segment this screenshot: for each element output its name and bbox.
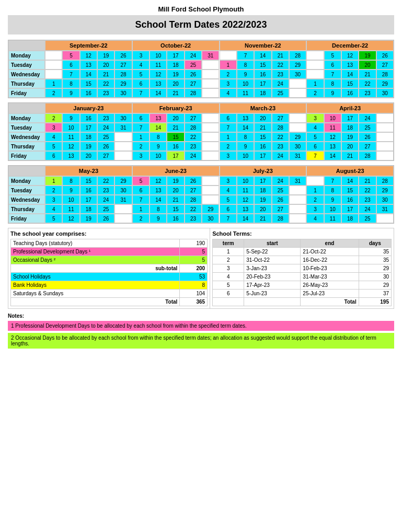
school-name: Mill Ford School Plymouth: [8, 5, 394, 13]
note-1: 1 Professional Development Days to be al…: [8, 321, 394, 331]
month-may23: May-23 18152229 29162330 310172431 41118…: [45, 166, 132, 223]
notes-title: Notes:: [8, 313, 394, 319]
term-2: 2 31-Oct-22 16-Dec-22 35: [213, 256, 392, 264]
row-occasional: Occasional Days ² 5: [11, 256, 208, 264]
term-1: 1 5-Sep-22 21-Oct-22 35: [213, 248, 392, 256]
month-feb23: February-23 6132027 7142128 181522 29162…: [132, 103, 220, 160]
terms-total: Total 195: [213, 298, 392, 306]
day-monday: Monday: [8, 51, 45, 60]
calendar-row-2: Monday Tuesday Wednesday Thursday Friday…: [8, 102, 394, 161]
term-5: 5 17-Apr-23 26-May-23 29: [213, 281, 392, 290]
notes-section: Notes: 1 Professional Development Days t…: [8, 313, 394, 349]
day-labels-col-1: Monday Tuesday Wednesday Thursday Friday: [8, 40, 45, 98]
summary-right-title: School Terms:: [212, 230, 392, 237]
month-apr23: April-23 3101724 4111825 5121926 6132027…: [306, 103, 394, 160]
calendar-row-1: Monday Tuesday Wednesday Thursday Friday…: [8, 40, 394, 98]
row-saturdays: Saturdays & Sundays 104: [11, 290, 208, 298]
row-prodev: Professional Development Days ¹ 5: [11, 248, 208, 256]
month-nov22: November-22 7142128 18152229 29162330 31…: [220, 40, 307, 98]
month-aug23: August-23 7142128 18152229 29162330 3101…: [306, 166, 394, 223]
page-title: School Term Dates 2022/2023: [8, 15, 394, 34]
summary-right: School Terms: term start end days 1 5-Se…: [210, 228, 394, 308]
calendar-row-3: Monday Tuesday Wednesday Thursday Friday…: [8, 165, 394, 224]
month-sep22: September-22 5 12 19 26 6 13 20 27 7 14 …: [45, 40, 132, 98]
row-bank-holidays: Bank Holidays 8: [11, 281, 208, 290]
day-tuesday: Tuesday: [8, 60, 45, 70]
term-4: 4 20-Feb-23 31-Mar-23 30: [213, 273, 392, 281]
note-2: 2 Occasional Days to be allocated by eac…: [8, 333, 394, 349]
day-labels-col-3: Monday Tuesday Wednesday Thursday Friday: [8, 166, 45, 223]
row-subtotal: sub-total 200: [11, 264, 208, 273]
month-jan23: January-23 29162330 310172431 4111825 51…: [45, 103, 132, 160]
row-total: Total 365: [11, 298, 208, 306]
month-oct22: October-22 310172431 4111825 5121926 613…: [132, 40, 220, 98]
month-jun23: June-23 5121926 6132027 7142128 18152229…: [132, 166, 220, 223]
day-wednesday: Wednesday: [8, 70, 45, 79]
day-labels-col-2: Monday Tuesday Wednesday Thursday Friday: [8, 103, 45, 160]
row-school-holidays: School Holidays 53: [11, 273, 208, 281]
summary-left: The school year comprises: Teaching Days…: [8, 228, 210, 308]
month-jul23: July-23 310172431 4111825 5121926 613202…: [220, 166, 307, 223]
term-6: 6 5-Jun-23 25-Jul-23 37: [213, 290, 392, 298]
summary-left-title: The school year comprises:: [10, 230, 208, 237]
summary-section: The school year comprises: Teaching Days…: [8, 228, 394, 309]
month-dec22: December-22 5121926 6132027 7142128 1815…: [306, 40, 394, 98]
month-mar23: March-23 6132027 7142128 18152229 291623…: [220, 103, 307, 160]
day-thursday: Thursday: [8, 79, 45, 88]
term-3: 3 3-Jan-23 10-Feb-23 29: [213, 264, 392, 273]
row-teaching: Teaching Days (statutory) 190: [11, 239, 208, 248]
day-friday: Friday: [8, 88, 45, 98]
